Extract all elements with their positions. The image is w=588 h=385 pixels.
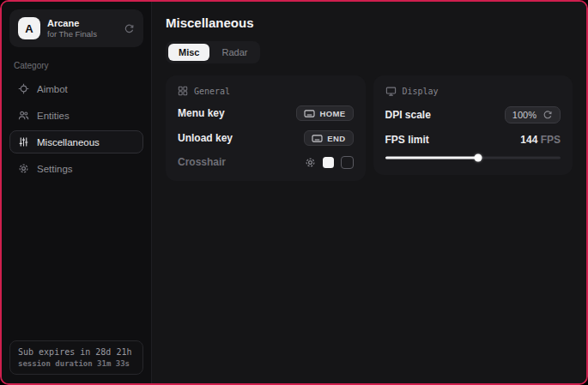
general-card: General Menu key HOME bbox=[166, 75, 366, 181]
sliders-icon bbox=[18, 136, 29, 147]
page-title: Miscellaneous bbox=[166, 15, 573, 30]
gear-icon[interactable] bbox=[305, 157, 316, 168]
fps-limit-slider[interactable] bbox=[385, 153, 561, 163]
screen: A Arcane for The Finals Category bbox=[0, 0, 588, 385]
reset-icon[interactable] bbox=[543, 110, 553, 120]
keyboard-icon bbox=[312, 134, 323, 143]
dpi-scale-control[interactable]: 100% bbox=[505, 106, 561, 123]
fps-slider-fill bbox=[385, 157, 478, 159]
fps-limit-number: 144 bbox=[520, 134, 537, 146]
sidebar: A Arcane for The Finals Category bbox=[2, 2, 152, 383]
fps-limit-row: FPS limit 144 FPS bbox=[385, 133, 561, 147]
menu-key-label: Menu key bbox=[178, 107, 225, 119]
session-duration-text: session duration 31m 33s bbox=[18, 359, 135, 368]
main-content: Miscellaneous Misc Radar bbox=[152, 2, 586, 383]
sidebar-item-label: Settings bbox=[37, 164, 73, 174]
crosshair-toggle-checkbox[interactable] bbox=[341, 156, 354, 169]
unload-keybind-value: END bbox=[327, 134, 345, 143]
keyboard-icon bbox=[304, 109, 315, 118]
sidebar-item-entities[interactable]: Entities bbox=[9, 104, 143, 127]
dpi-scale-value: 100% bbox=[512, 110, 536, 120]
sidebar-nav: Aimbot Entities bbox=[9, 77, 143, 180]
sidebar-item-label: Aimbot bbox=[37, 84, 68, 94]
crosshair-controls bbox=[305, 156, 354, 169]
app-subtitle: for The Finals bbox=[47, 29, 117, 39]
crosshair-color-swatch[interactable] bbox=[323, 157, 334, 168]
tab-radar[interactable]: Radar bbox=[211, 44, 258, 61]
crosshair-icon bbox=[18, 83, 29, 94]
unload-key-row: Unload key END bbox=[178, 130, 354, 146]
general-card-header: General bbox=[178, 86, 354, 96]
unload-keybind-button[interactable]: END bbox=[304, 130, 353, 146]
cards-row: General Menu key HOME bbox=[166, 75, 573, 181]
crosshair-label: Crosshair bbox=[178, 156, 226, 168]
app-window: A Arcane for The Finals Category bbox=[0, 0, 588, 385]
monitor-icon bbox=[385, 86, 397, 97]
sidebar-item-miscellaneous[interactable]: Miscellaneous bbox=[9, 130, 143, 153]
dpi-scale-row: DPI scale 100% bbox=[385, 106, 561, 123]
menu-keybind-value: HOME bbox=[319, 109, 345, 118]
refresh-icon[interactable] bbox=[124, 23, 135, 34]
fps-limit-unit: FPS bbox=[541, 134, 561, 146]
app-header-card: A Arcane for The Finals bbox=[9, 9, 143, 47]
sidebar-item-aimbot[interactable]: Aimbot bbox=[9, 77, 143, 100]
app-logo: A bbox=[18, 17, 40, 39]
menu-key-row: Menu key HOME bbox=[178, 105, 354, 121]
app-meta: Arcane for The Finals bbox=[47, 18, 117, 39]
sidebar-item-settings[interactable]: Settings bbox=[9, 157, 143, 180]
users-icon bbox=[18, 110, 29, 121]
sidebar-item-label: Entities bbox=[37, 111, 70, 121]
grid-icon bbox=[178, 86, 188, 96]
crosshair-row: Crosshair bbox=[178, 155, 354, 169]
sidebar-item-label: Miscellaneous bbox=[37, 137, 100, 147]
tab-misc[interactable]: Misc bbox=[168, 44, 209, 61]
tabbar: Misc Radar bbox=[166, 41, 260, 63]
fps-limit-value: 144 FPS bbox=[520, 134, 561, 146]
display-card-title: Display bbox=[403, 87, 439, 96]
fps-limit-label: FPS limit bbox=[385, 134, 429, 146]
gear-icon bbox=[18, 163, 29, 174]
menu-keybind-button[interactable]: HOME bbox=[296, 105, 353, 121]
dpi-scale-label: DPI scale bbox=[385, 109, 431, 121]
general-card-title: General bbox=[194, 87, 230, 96]
unload-key-label: Unload key bbox=[178, 132, 233, 144]
app-name: Arcane bbox=[47, 18, 117, 28]
subscription-info-card: Sub expires in 28d 21h session duration … bbox=[9, 340, 143, 375]
category-label: Category bbox=[14, 61, 139, 70]
fps-slider-thumb[interactable] bbox=[474, 154, 482, 162]
display-card: Display DPI scale 100% bbox=[373, 75, 573, 175]
sub-expiry-text: Sub expires in 28d 21h bbox=[18, 347, 135, 357]
display-card-header: Display bbox=[385, 86, 561, 97]
